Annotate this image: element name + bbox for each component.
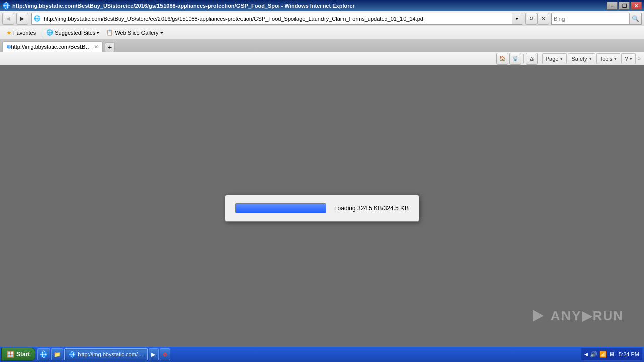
- taskbar-media-item[interactable]: ▶: [149, 348, 159, 360]
- refresh-stop: ↻ ✕: [525, 13, 549, 25]
- page-dropdown-icon: ▾: [560, 56, 563, 61]
- expand-icon[interactable]: »: [637, 56, 642, 61]
- feeds-button[interactable]: 📡: [509, 53, 521, 65]
- start-label: Start: [16, 351, 30, 358]
- web-slice-dropdown-icon: ▾: [160, 30, 163, 35]
- favorites-star-icon: ★: [6, 29, 12, 36]
- refresh-icon: ↻: [529, 16, 533, 21]
- nav-bar: ◀ ▶ 🌐 ▾ ↻ ✕ 🔍: [0, 11, 644, 26]
- page-label: Page: [546, 56, 559, 62]
- tab-bar: http://img.bbystatic.com/BestBuy_US/stor…: [0, 39, 644, 52]
- address-bar-container: 🌐 ▾: [31, 13, 522, 25]
- search-button[interactable]: 🔍: [629, 13, 641, 24]
- print-button[interactable]: 🖨: [526, 53, 538, 65]
- tray-expand-icon[interactable]: ◀: [584, 352, 588, 357]
- page-button[interactable]: Page ▾: [542, 53, 567, 64]
- tab-0[interactable]: http://img.bbystatic.com/BestBuy_US/stor…: [2, 41, 103, 52]
- safety-dropdown-icon: ▾: [589, 56, 592, 61]
- loading-dialog: Loading 324.5 KB/324.5 KB: [225, 195, 419, 222]
- search-input[interactable]: [552, 13, 629, 24]
- watermark: ANY▶RUN: [527, 306, 624, 326]
- taskbar-browser-svg: [69, 351, 76, 358]
- media-icon: ▶: [151, 351, 155, 358]
- back-button[interactable]: ◀: [2, 13, 14, 25]
- watermark-text: ANY▶RUN: [551, 308, 624, 324]
- title-controls: − ❐ ✕: [607, 2, 642, 10]
- search-container: 🔍: [551, 13, 642, 25]
- tab-0-label: http://img.bbystatic.com/BestBuy_US/stor…: [11, 44, 91, 50]
- web-slice-gallery-button[interactable]: 📋 Web Slice Gallery ▾: [103, 28, 166, 38]
- svg-marker-6: [533, 310, 544, 322]
- taskbar-ie-icon[interactable]: [37, 348, 50, 360]
- safety-button[interactable]: Safety ▾: [568, 53, 595, 64]
- tools-label: Tools: [600, 56, 613, 62]
- favorites-bar: ★ Favorites 🌐 Suggested Sites ▾ 📋 Web Sl…: [0, 26, 644, 39]
- cmd-separator-1: [523, 54, 524, 63]
- antivirus-icon: ⊘: [163, 351, 167, 358]
- fav-separator: [41, 28, 41, 37]
- progress-bar-fill: [236, 204, 326, 213]
- suggested-sites-button[interactable]: 🌐 Suggested Sites ▾: [43, 28, 102, 38]
- suggested-sites-label: Suggested Sites: [55, 30, 95, 36]
- help-label: ?: [625, 56, 628, 62]
- suggested-sites-dropdown-icon: ▾: [97, 30, 99, 35]
- new-tab-button[interactable]: +: [105, 42, 115, 52]
- address-input[interactable]: [43, 13, 512, 24]
- folder-icon: 📁: [54, 351, 61, 358]
- minimize-button[interactable]: −: [607, 2, 618, 10]
- web-slice-label: Web Slice Gallery: [115, 30, 158, 36]
- ie-icon: [2, 2, 10, 10]
- tab-0-close[interactable]: ✕: [94, 43, 98, 50]
- cmd-separator-2: [540, 54, 540, 63]
- title-text: http://img.bbystatic.com/BestBuy_US/stor…: [2, 2, 355, 10]
- close-button[interactable]: ✕: [631, 2, 642, 10]
- speaker-tray-icon[interactable]: 🔊: [590, 351, 597, 358]
- taskbar-item-label: http://img.bbystatic.com/BestBuy_US/stor…: [78, 351, 143, 357]
- address-icon: 🌐: [32, 15, 43, 22]
- ie-tab-icon: [7, 43, 11, 50]
- monitor-tray-icon[interactable]: 🖥: [609, 351, 615, 358]
- anyrun-logo: [527, 306, 547, 326]
- network-tray-icon[interactable]: 📶: [599, 351, 607, 358]
- system-tray: ◀ 🔊 📶 🖥 5:24 PM: [581, 348, 643, 361]
- loading-text: Loading 324.5 KB/324.5 KB: [334, 205, 409, 212]
- forward-icon: ▶: [20, 16, 24, 21]
- progress-bar-container: [235, 203, 326, 213]
- safety-label: Safety: [571, 56, 587, 62]
- restore-button[interactable]: ❐: [619, 2, 630, 10]
- main-content: Loading 324.5 KB/324.5 KB ANY▶RUN: [0, 65, 644, 351]
- tools-button[interactable]: Tools ▾: [596, 53, 621, 64]
- system-clock: 5:24 PM: [617, 351, 639, 357]
- stop-button[interactable]: ✕: [537, 13, 549, 25]
- web-slice-icon: 📋: [106, 29, 113, 36]
- favorites-label: Favorites: [13, 30, 36, 36]
- forward-button[interactable]: ▶: [16, 13, 28, 25]
- help-dropdown-icon: ▾: [630, 56, 632, 61]
- command-bar: 🏠 📡 🖨 Page ▾ Safety ▾ Tools ▾ ? ▾ »: [0, 52, 644, 65]
- taskbar-folder-icon[interactable]: 📁: [51, 348, 63, 360]
- help-button[interactable]: ? ▾: [621, 53, 636, 64]
- taskbar: 🪟 Start 📁 http://img.bbystatic.com/BestB…: [0, 347, 644, 362]
- favorites-button[interactable]: ★ Favorites: [3, 28, 39, 38]
- taskbar-ie-svg: [40, 350, 48, 358]
- suggested-sites-icon: 🌐: [46, 29, 53, 36]
- tools-dropdown-icon: ▾: [614, 56, 617, 61]
- start-button[interactable]: 🪟 Start: [1, 348, 35, 361]
- windows-icon: 🪟: [7, 351, 14, 358]
- stop-icon: ✕: [541, 16, 545, 21]
- taskbar-items: 📁 http://img.bbystatic.com/BestBuy_US/st…: [35, 348, 581, 360]
- back-icon: ◀: [6, 16, 10, 21]
- taskbar-antivirus-item[interactable]: ⊘: [160, 348, 170, 360]
- home-button[interactable]: 🏠: [496, 53, 508, 65]
- title-bar: http://img.bbystatic.com/BestBuy_US/stor…: [0, 0, 644, 11]
- address-dropdown[interactable]: ▾: [512, 13, 522, 24]
- taskbar-browser-item[interactable]: http://img.bbystatic.com/BestBuy_US/stor…: [64, 348, 148, 360]
- refresh-button[interactable]: ↻: [525, 13, 537, 25]
